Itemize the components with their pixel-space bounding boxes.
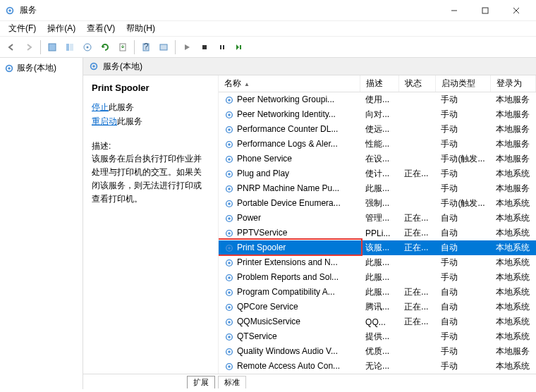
restart-link[interactable]: 重启动 (92, 116, 117, 126)
left-pane: 服务(本地) (0, 58, 83, 389)
cell-desc: 提供... (360, 329, 398, 344)
table-row[interactable]: PNRP Machine Name Pu...此服...手动本地服务 (219, 181, 536, 196)
cell-status: 正在... (398, 226, 435, 240)
cell-type: 手动 (435, 92, 490, 108)
svg-point-42 (228, 232, 231, 235)
svg-rect-18 (240, 45, 241, 49)
title-bar: 服务 (0, 0, 536, 21)
restart-button[interactable] (231, 39, 248, 56)
svg-rect-3 (482, 8, 488, 13)
cell-status (398, 196, 435, 211)
minimize-button[interactable] (439, 0, 470, 20)
svg-point-34 (228, 173, 231, 176)
cell-logon: 本地系统 (490, 285, 535, 300)
cell-status (398, 329, 435, 344)
cell-status: 正在... (398, 300, 435, 314)
properties-button[interactable] (79, 39, 96, 56)
tab-extended[interactable]: 扩展 (187, 376, 215, 388)
column-logon[interactable]: 登录为 (490, 75, 535, 92)
start-button[interactable] (178, 39, 195, 56)
svg-point-44 (228, 247, 231, 250)
back-button[interactable] (3, 39, 20, 56)
cell-logon: 本地系统 (490, 270, 535, 285)
cell-desc: PPLi... (360, 226, 398, 240)
cell-status (398, 137, 435, 152)
cell-name: QTService (237, 331, 277, 341)
column-type[interactable]: 启动类型 (435, 75, 490, 92)
cell-name: Printer Extensions and N... (237, 257, 338, 267)
stop-button[interactable] (196, 39, 213, 56)
cell-logon: 本地系统 (490, 211, 535, 226)
table-row[interactable]: Power管理...正在...自动本地系统 (219, 211, 536, 226)
table-row[interactable]: Performance Counter DL...使远...手动本地服务 (219, 122, 536, 137)
forward-button[interactable] (20, 39, 37, 56)
refresh-button[interactable] (97, 39, 114, 56)
cell-desc: 此服... (360, 255, 398, 270)
export-button[interactable] (114, 39, 131, 56)
table-row[interactable]: Peer Networking Groupi...使用...手动本地服务 (219, 92, 536, 108)
detail-pane: Print Spooler 停止此服务 重启动此服务 描述: 该服务在后台执行打… (83, 75, 219, 374)
menu-file[interactable]: 文件(F) (3, 21, 42, 36)
menu-help[interactable]: 帮助(H) (121, 21, 161, 36)
tab-standard[interactable]: 标准 (218, 376, 246, 388)
cell-desc: 此服... (360, 181, 398, 196)
table-row[interactable]: Plug and Play使计...正在...手动本地系统 (219, 166, 536, 181)
svg-point-26 (228, 114, 231, 116)
table-row[interactable]: Peer Networking Identity...向对...手动本地服务 (219, 107, 536, 122)
table-row[interactable]: Program Compatibility A...此服...正在...自动本地… (219, 285, 536, 300)
help-button[interactable]: ? (138, 39, 154, 56)
cell-name: Power (237, 213, 261, 223)
pause-button[interactable] (214, 39, 231, 56)
view-detail-button[interactable] (61, 39, 78, 56)
close-button[interactable] (501, 0, 532, 20)
center-header: 服务(本地) (83, 58, 536, 75)
svg-rect-16 (220, 45, 221, 49)
cell-type: 自动 (435, 314, 490, 329)
maximize-button[interactable] (470, 0, 501, 20)
svg-rect-8 (70, 44, 73, 51)
column-name[interactable]: 名称▲ (219, 75, 360, 92)
svg-point-46 (228, 262, 231, 264)
table-row[interactable]: Phone Service在设...手动(触发...本地服务 (219, 152, 536, 166)
service-actions: 停止此服务 重启动此服务 (92, 100, 209, 129)
cell-status (398, 270, 435, 285)
cell-type: 自动 (435, 226, 490, 240)
table-row[interactable]: Performance Logs & Aler...性能...手动本地服务 (219, 137, 536, 152)
table-row[interactable]: QPCore Service腾讯...正在...自动本地系统 (219, 300, 536, 314)
svg-point-50 (228, 291, 231, 294)
table-row[interactable]: Printer Extensions and N...此服...手动本地系统 (219, 255, 536, 270)
services-window: 服务 文件(F) 操作(A) 查看(V) 帮助(H) ? 服务(本地) (0, 0, 536, 392)
console-button[interactable] (155, 39, 172, 56)
service-list[interactable]: 名称▲ 描述 状态 启动类型 登录为 Peer Networking Group… (219, 75, 536, 374)
tab-bar: 扩展 标准 (83, 374, 536, 389)
separator (40, 40, 41, 54)
tree-item-services-local[interactable]: 服务(本地) (1, 61, 81, 75)
table-row[interactable]: PPTVServicePPLi...正在...自动本地系统 (219, 226, 536, 240)
column-status[interactable]: 状态 (398, 75, 435, 92)
table-row[interactable]: Portable Device Enumera...强制...手动(触发...本… (219, 196, 536, 211)
cell-logon: 本地服务 (490, 137, 535, 152)
table-row[interactable]: QTService提供...手动本地系统 (219, 329, 536, 344)
menu-action[interactable]: 操作(A) (42, 21, 81, 36)
table-row[interactable]: Problem Reports and Sol...此服...手动本地系统 (219, 270, 536, 285)
table-row[interactable]: Remote Access Auto Con...无论...手动本地系统 (219, 359, 536, 374)
main-area: 服务(本地) 服务(本地) Print Spooler 停止此服务 重启动此服务… (0, 58, 536, 389)
view-large-button[interactable] (44, 39, 61, 56)
table-row[interactable]: Quality Windows Audio V...优质...手动本地服务 (219, 344, 536, 359)
table-row[interactable]: Print Spooler该服...正在...自动本地系统 (219, 240, 536, 255)
cell-type: 手动(触发... (435, 152, 490, 166)
cell-logon: 本地服务 (490, 344, 535, 359)
cell-type: 手动 (435, 255, 490, 270)
cell-status: 正在... (398, 285, 435, 300)
cell-name: Portable Device Enumera... (237, 198, 341, 208)
svg-point-1 (8, 9, 11, 12)
svg-point-30 (228, 143, 231, 146)
stop-link[interactable]: 停止 (92, 102, 109, 112)
cell-desc: 使远... (360, 122, 398, 137)
column-desc[interactable]: 描述 (360, 75, 398, 92)
svg-point-20 (8, 67, 11, 70)
cell-status (398, 152, 435, 166)
center-pane: 服务(本地) Print Spooler 停止此服务 重启动此服务 描述: 该服… (83, 58, 536, 389)
menu-view[interactable]: 查看(V) (81, 21, 121, 36)
table-row[interactable]: QQMusicServiceQQ...正在...自动本地系统 (219, 314, 536, 329)
